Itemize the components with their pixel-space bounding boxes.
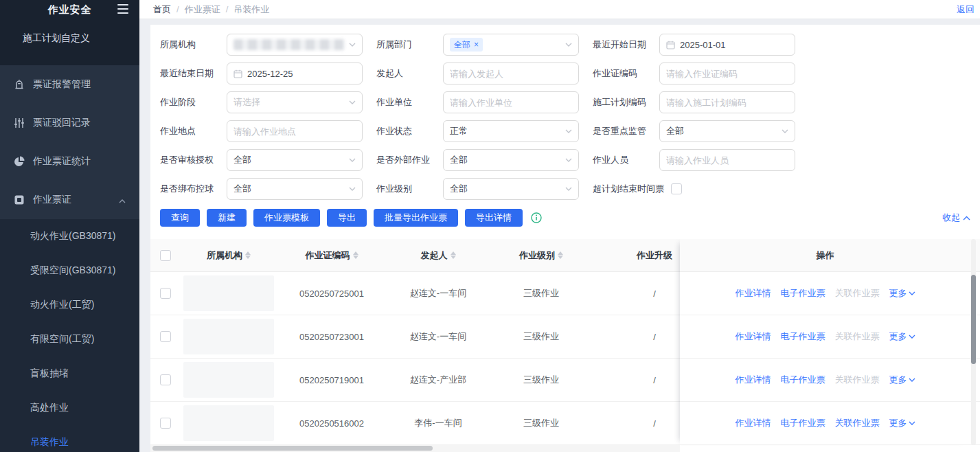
start-date-label: 最近开始日期 <box>593 38 659 51</box>
search-button[interactable]: 查询 <box>160 209 200 227</box>
status-label: 作业状态 <box>376 125 443 137</box>
export-detail-button[interactable]: 导出详情 <box>465 209 523 227</box>
more-dropdown[interactable]: 更多 <box>889 374 915 386</box>
initiator-input[interactable] <box>450 69 572 79</box>
sidebar-item-ticket-alarm[interactable]: 票证报警管理 <box>0 65 139 104</box>
work-detail-link[interactable]: 作业详情 <box>736 287 771 300</box>
level-select[interactable]: 全部 <box>443 178 579 200</box>
e-ticket-link[interactable]: 电子作业票 <box>781 330 825 343</box>
more-dropdown[interactable]: 更多 <box>889 417 915 429</box>
work-detail-link[interactable]: 作业详情 <box>736 330 771 343</box>
sidebar-item-confined-gb30871[interactable]: 受限空间(GB30871) <box>0 253 139 288</box>
stage-select[interactable]: 请选择 <box>227 91 363 113</box>
row-checkbox[interactable] <box>160 418 171 429</box>
sidebar-item-ticket-stats[interactable]: 作业票证统计 <box>0 142 139 181</box>
ticket-icon <box>14 194 25 205</box>
sort-icon[interactable] <box>451 251 456 259</box>
hamburger-menu-icon[interactable] <box>117 4 128 16</box>
row-checkbox[interactable] <box>160 374 171 385</box>
status-value: 正常 <box>450 125 468 137</box>
vertical-scrollbar-thumb[interactable] <box>971 275 976 364</box>
sidebar-item-blind-plate[interactable]: 盲板抽堵 <box>0 357 139 391</box>
overplan-checkbox[interactable] <box>671 183 682 194</box>
dept-multiselect[interactable]: 全部 × <box>443 34 579 56</box>
e-ticket-link[interactable]: 电子作业票 <box>781 374 825 386</box>
export-button[interactable]: 导出 <box>327 209 367 227</box>
related-ticket-link[interactable]: 关联作业票 <box>835 417 880 429</box>
row-checkbox[interactable] <box>160 288 171 299</box>
back-link[interactable]: 返回 <box>957 3 975 16</box>
collapse-filters-link[interactable]: 收起 <box>942 212 970 224</box>
ticket-template-button[interactable]: 作业票模板 <box>253 209 320 227</box>
breadcrumb-home[interactable]: 首页 <box>153 3 171 16</box>
status-select[interactable]: 正常 <box>443 120 579 142</box>
sort-icon[interactable] <box>353 251 358 259</box>
redacted-org-cell <box>183 405 274 441</box>
redacted-org-value <box>233 39 345 50</box>
chevron-down-icon <box>565 187 572 191</box>
info-icon[interactable] <box>531 212 542 223</box>
cell-initiator: 赵连文-产业部 <box>387 359 490 401</box>
horizontal-scrollbar-thumb[interactable] <box>152 446 433 451</box>
dept-tag: 全部 × <box>450 38 483 52</box>
breadcrumb-work-tickets[interactable]: 作业票证 <box>185 3 220 16</box>
sidebar-item-work-tickets[interactable]: 作业票证 <box>0 181 139 219</box>
initiator-input-wrap <box>443 63 579 84</box>
external-select[interactable]: 全部 <box>443 149 579 171</box>
batch-export-button[interactable]: 批量导出作业票 <box>374 209 458 227</box>
end-date-picker[interactable]: 2025-12-25 <box>227 63 363 84</box>
personnel-input[interactable] <box>666 155 788 166</box>
header-initiator[interactable]: 发起人 <box>387 239 490 271</box>
sort-icon[interactable] <box>245 251 251 259</box>
unit-input[interactable] <box>450 98 572 108</box>
more-dropdown[interactable]: 更多 <box>889 287 915 300</box>
sidebar-item-confined-trade[interactable]: 有限空间(工贸) <box>0 322 139 357</box>
work-detail-link[interactable]: 作业详情 <box>736 417 771 429</box>
row-checkbox[interactable] <box>160 331 171 342</box>
header-level[interactable]: 作业级别 <box>490 239 593 271</box>
chevron-down-icon <box>909 291 915 295</box>
org-select[interactable] <box>227 34 363 56</box>
key-supervision-label: 是否重点监管 <box>593 125 659 137</box>
sidebar-item-hotwork-trade[interactable]: 动火作业(工贸) <box>0 288 139 322</box>
sidebar-item-height-work[interactable]: 高处作业 <box>0 391 139 425</box>
select-all-checkbox[interactable] <box>160 250 171 261</box>
level-value: 全部 <box>450 183 468 195</box>
sidebar-item-plan-custom[interactable]: 施工计划自定义 <box>0 19 139 57</box>
chevron-down-icon <box>349 187 356 191</box>
sort-icon[interactable] <box>558 251 563 259</box>
location-input[interactable] <box>233 126 356 137</box>
location-label: 作业地点 <box>160 125 227 137</box>
start-date-picker[interactable]: 2025-01-01 <box>659 34 795 56</box>
key-supervision-select[interactable]: 全部 <box>659 120 795 142</box>
control-ball-select[interactable]: 全部 <box>227 178 363 200</box>
tag-close-icon[interactable]: × <box>474 41 479 49</box>
personnel-label: 作业人员 <box>593 154 659 166</box>
breadcrumb-bar: 首页 / 作业票证 / 吊装作业 返回 <box>139 0 980 19</box>
sidebar-item-ticket-reject[interactable]: 票证驳回记录 <box>0 104 139 142</box>
header-org[interactable]: 所属机构 <box>181 239 277 271</box>
breadcrumb-separator: / <box>226 4 229 14</box>
sidebar-item-hotwork-gb30871[interactable]: 动火作业(GB30871) <box>0 219 139 253</box>
audit-auth-select[interactable]: 全部 <box>227 149 363 171</box>
e-ticket-link[interactable]: 电子作业票 <box>781 417 825 429</box>
work-detail-link[interactable]: 作业详情 <box>736 374 771 386</box>
sidebar-item-lifting-work[interactable]: 吊装作业 <box>0 425 139 452</box>
more-dropdown[interactable]: 更多 <box>889 330 915 343</box>
plan-code-input[interactable] <box>666 98 788 108</box>
sidebar-header: 作业安全 施工计划自定义 <box>0 0 139 65</box>
sidebar-item-label: 票证报警管理 <box>33 78 91 91</box>
header-code[interactable]: 作业证编码 <box>277 239 387 271</box>
redacted-org-cell <box>183 362 274 398</box>
operations-column: 操作 作业详情 电子作业票 关联作业票 更多 作业详情 电子作业票 关联作业票 <box>680 239 970 445</box>
chevron-down-icon <box>909 378 915 382</box>
create-button[interactable]: 新建 <box>207 209 247 227</box>
chevron-down-icon <box>565 43 572 47</box>
chevron-down-icon <box>349 100 356 104</box>
filter-form: 所属机构 所属部门 全部 × <box>150 25 980 203</box>
ticket-code-input[interactable] <box>666 69 788 79</box>
ticket-code-label: 作业证编码 <box>593 67 659 80</box>
cell-initiator: 赵连文-一车间 <box>387 272 490 315</box>
sidebar-item-label: 作业票证统计 <box>33 155 91 168</box>
e-ticket-link[interactable]: 电子作业票 <box>781 287 825 300</box>
